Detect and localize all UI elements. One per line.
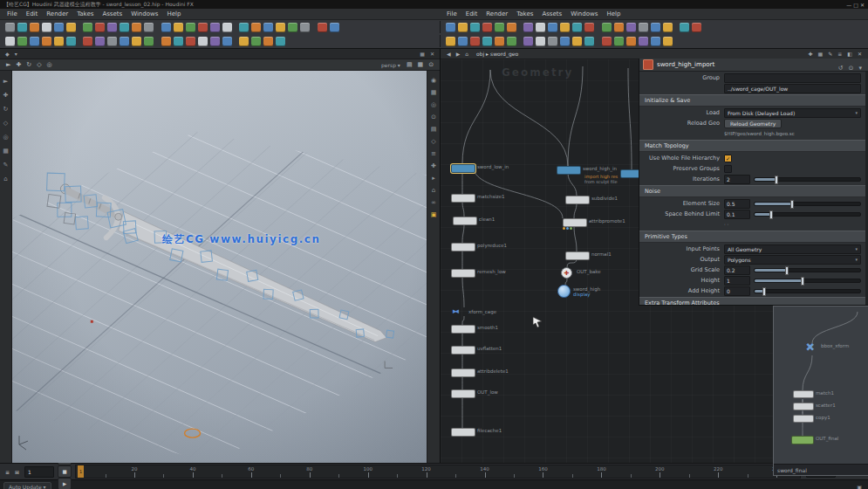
shelf-tool-icon[interactable] xyxy=(174,37,183,46)
shelf-tool-icon[interactable] xyxy=(614,37,624,46)
node[interactable] xyxy=(557,166,581,175)
shelf-tool-icon[interactable] xyxy=(66,23,76,32)
shelf-tool-icon[interactable] xyxy=(210,23,220,32)
shelf-tool-icon[interactable] xyxy=(107,23,117,32)
shelf-tool-icon[interactable] xyxy=(572,37,582,46)
node[interactable] xyxy=(451,164,475,173)
close-window-button[interactable]: ✕ xyxy=(860,2,865,8)
param-slider[interactable] xyxy=(754,212,861,217)
shelf-tool-icon[interactable] xyxy=(95,37,105,46)
shelf-tool-icon[interactable] xyxy=(507,37,516,46)
shelf-tool-icon[interactable] xyxy=(651,23,660,32)
layout-nodes-icon[interactable]: ▦ xyxy=(818,51,824,57)
viewport[interactable]: ►✚↻◇◎▦✎⌂ ◉▦◎⊙▤◇≡✚▸⌂∞▣ xyxy=(0,71,440,463)
transport-button[interactable]: ■ xyxy=(58,465,72,478)
home-icon[interactable]: ⌂ xyxy=(3,176,7,183)
pivot-icon[interactable]: ⊙ xyxy=(431,114,436,121)
param-value-field[interactable]: 0.5 xyxy=(724,199,750,209)
wireframe-icon[interactable]: ◇ xyxy=(431,138,435,145)
menu-render[interactable]: Render xyxy=(42,10,72,17)
shelf-tool-icon[interactable] xyxy=(144,37,154,46)
chevron-down-icon[interactable]: ▾ xyxy=(858,65,862,72)
handle-icon[interactable]: ◎ xyxy=(47,61,52,68)
grid-icon[interactable]: ▦ xyxy=(3,148,9,155)
shelf-tool-icon[interactable] xyxy=(626,23,636,32)
shelf-tool-icon[interactable] xyxy=(523,37,533,46)
slider-handle[interactable] xyxy=(769,210,773,219)
shelf-tool-icon[interactable] xyxy=(507,23,516,32)
param-field[interactable]: ../sword_cage/OUT_low xyxy=(724,84,861,93)
shelf-tool-icon[interactable] xyxy=(5,23,15,32)
shelf-tool-icon[interactable] xyxy=(186,23,195,32)
secondary-network-canvas[interactable]: ✚bbox_xformmatch1scatter1copy1OUT_final xyxy=(774,306,868,464)
param-menu[interactable]: From Disk (Delayed Load)▾ xyxy=(724,108,861,118)
shelf-tool-icon[interactable] xyxy=(132,23,141,32)
shelf-tool-icon[interactable] xyxy=(251,23,261,32)
shelf-tool-icon[interactable] xyxy=(446,37,455,46)
network-path-breadcrumb[interactable]: obj ▸ sword_geo xyxy=(476,51,518,57)
param-menu[interactable]: All Geometry▾ xyxy=(724,244,861,254)
shelf-tool-icon[interactable] xyxy=(198,37,208,46)
shelf-tool-icon[interactable] xyxy=(42,23,51,32)
param-slider[interactable] xyxy=(754,177,861,182)
shelf-tool-icon[interactable] xyxy=(222,37,232,46)
add-icon[interactable]: ✚ xyxy=(431,162,436,169)
shelf-tool-icon[interactable] xyxy=(276,23,285,32)
camera-selector[interactable]: persp ▾ xyxy=(381,62,400,68)
shelf-tool-icon[interactable] xyxy=(54,23,64,32)
shelf-tool-icon[interactable] xyxy=(458,37,468,46)
param-section-header[interactable]: Match Topology xyxy=(639,140,868,152)
auto-update-selector[interactable]: Auto Update ▾ xyxy=(3,482,51,489)
shelf-tool-icon[interactable] xyxy=(536,37,545,46)
param-value-field[interactable]: 2 xyxy=(724,175,750,184)
shelf-tool-icon[interactable] xyxy=(95,23,105,32)
shelf-tool-icon[interactable] xyxy=(263,37,273,46)
param-section-header[interactable]: Noise xyxy=(639,185,868,197)
shelf-tool-icon[interactable] xyxy=(120,37,129,46)
node[interactable] xyxy=(793,390,814,398)
shelf-tool-icon[interactable] xyxy=(458,23,468,32)
grid-icon[interactable]: ▦ xyxy=(418,61,424,68)
slider-handle[interactable] xyxy=(785,266,789,275)
node-name-field[interactable]: sword_high_import xyxy=(657,61,714,68)
node[interactable] xyxy=(791,436,814,444)
node[interactable] xyxy=(563,218,587,227)
shelf-tool-icon[interactable] xyxy=(560,37,570,46)
menu-assets[interactable]: Assets xyxy=(98,10,126,17)
node[interactable] xyxy=(565,196,590,204)
shelf-tool-icon[interactable] xyxy=(144,23,154,32)
keyframe-icon[interactable]: ⊞ xyxy=(15,469,19,475)
shelf-tool-icon[interactable] xyxy=(107,37,117,46)
menu-takes[interactable]: Takes xyxy=(512,10,537,17)
shelf-tool-icon[interactable] xyxy=(263,23,273,32)
menu-render[interactable]: Render xyxy=(482,10,512,17)
move-icon[interactable]: ✚ xyxy=(16,61,21,68)
scale-icon[interactable]: ◇ xyxy=(37,61,41,68)
home-icon[interactable]: ⌂ xyxy=(465,51,468,57)
snap-icon[interactable]: ◎ xyxy=(3,134,8,141)
shelf-tool-icon[interactable] xyxy=(30,37,39,46)
slider-handle[interactable] xyxy=(762,287,766,296)
secondary-pane-tab[interactable]: sword_final xyxy=(774,464,868,475)
shelf-tool-icon[interactable] xyxy=(536,23,545,32)
shelf-tool-icon[interactable] xyxy=(318,23,327,32)
shelf-tool-icon[interactable] xyxy=(482,37,492,46)
forward-icon[interactable]: ▶ xyxy=(456,51,461,57)
maximize-button[interactable]: □ xyxy=(853,2,858,8)
shelf-tool-icon[interactable] xyxy=(495,23,504,32)
shelf-tool-icon[interactable] xyxy=(120,23,129,32)
shelf-tool-icon[interactable] xyxy=(692,23,701,32)
shelf-tool-icon[interactable] xyxy=(548,37,557,46)
param-menu[interactable]: Polygons▾ xyxy=(724,255,861,265)
chevron-down-icon[interactable]: ▾ xyxy=(15,51,17,57)
shelf-tool-icon[interactable] xyxy=(17,23,27,32)
param-section-header[interactable]: Initialize & Save xyxy=(639,94,868,107)
loop-icon[interactable]: ∞ xyxy=(431,199,436,206)
menu-file[interactable]: File xyxy=(442,10,461,17)
edit-icon[interactable]: ✎ xyxy=(828,51,832,57)
shelf-tool-icon[interactable] xyxy=(239,23,249,32)
shading-icon[interactable]: ▤ xyxy=(407,61,413,68)
shelf-tool-icon[interactable] xyxy=(548,23,557,32)
param-slider[interactable] xyxy=(754,289,861,293)
snapshot-icon[interactable]: ▣ xyxy=(431,211,437,218)
